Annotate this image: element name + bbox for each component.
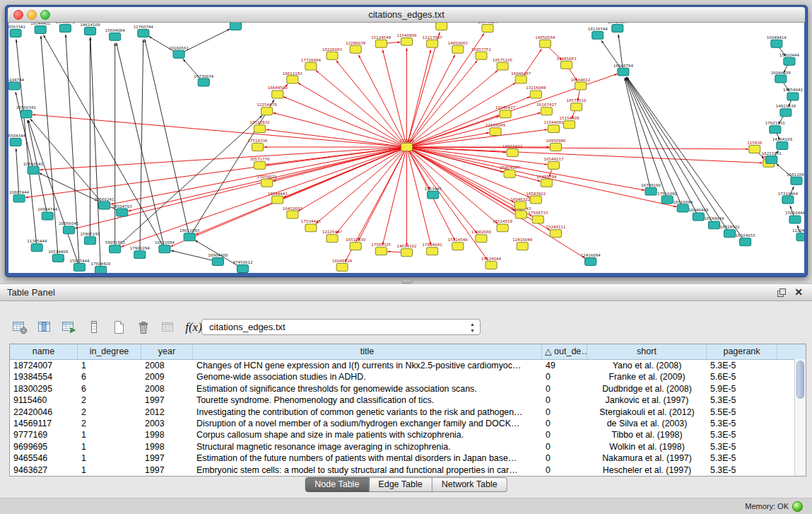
close-panel-icon[interactable]: ✕ (794, 286, 803, 298)
table-cell[interactable]: 0 (542, 407, 587, 418)
graph-node[interactable] (134, 251, 146, 259)
panel-splitter[interactable] (0, 277, 812, 284)
graph-node[interactable] (287, 211, 298, 218)
graph-node[interactable] (252, 144, 264, 151)
table-cell[interactable]: 5.3E-5 (707, 360, 777, 371)
graph-node[interactable] (212, 258, 223, 266)
edit-table-icon[interactable] (59, 318, 78, 337)
graph-edge[interactable] (336, 61, 404, 144)
table-cell[interactable]: Jankovic et al. (1997) (587, 395, 707, 406)
column-header-title[interactable]: title (193, 344, 542, 359)
tab-network-table[interactable]: Network Table (433, 477, 507, 492)
table-cell[interactable]: 5.3E-5 (707, 452, 777, 464)
table-row[interactable]: 911546021997Tourette syndrome. Phenomeno… (10, 395, 806, 406)
table-cell[interactable]: 1 (78, 452, 141, 464)
graph-node[interactable] (326, 235, 338, 243)
graph-node[interactable] (305, 62, 317, 70)
graph-node[interactable] (59, 24, 71, 32)
graph-node[interactable] (63, 226, 74, 234)
table-cell[interactable]: 9777169 (10, 429, 78, 440)
table-cell[interactable]: 22420046 (10, 407, 78, 418)
table-cell[interactable]: Changes of HCN gene expression and I(f) … (193, 360, 542, 371)
table-row[interactable]: 1872400712008Changes of HCN gene express… (10, 360, 806, 371)
graph-node[interactable] (476, 235, 487, 243)
show-columns-icon[interactable] (35, 318, 54, 337)
table-cell[interactable]: 0 (542, 418, 587, 429)
graph-node[interactable] (749, 146, 760, 153)
graph-node[interactable] (28, 166, 39, 174)
graph-node[interactable] (708, 221, 719, 229)
zoom-window-button[interactable] (40, 10, 50, 20)
graph-node[interactable] (375, 40, 387, 47)
table-scrollbar[interactable] (794, 359, 806, 476)
graph-node[interactable] (789, 216, 801, 223)
graph-edge[interactable] (387, 252, 402, 252)
graph-edge[interactable] (382, 49, 406, 143)
graph-node[interactable] (500, 110, 511, 118)
table-cell[interactable]: 19384554 (10, 371, 78, 382)
graph-node[interactable] (530, 196, 541, 204)
graph-node[interactable] (52, 255, 64, 262)
graph-node[interactable] (585, 258, 596, 266)
tab-node-table[interactable]: Node Table (305, 477, 369, 492)
graph-node[interactable] (482, 24, 493, 32)
graph-node[interactable] (645, 187, 657, 195)
table-cell[interactable]: 9463627 (10, 465, 78, 476)
graph-node[interactable] (504, 170, 515, 177)
graph-node[interactable] (780, 109, 792, 117)
graph-node[interactable] (515, 211, 526, 218)
table-cell[interactable]: Corpus callosum shape and size in male p… (193, 429, 542, 440)
minimize-window-button[interactable] (27, 10, 37, 20)
table-cell[interactable]: Hescheler et al. (1997) (587, 465, 707, 476)
new-file-icon[interactable] (109, 318, 128, 337)
graph-node[interactable] (618, 68, 629, 76)
table-cell[interactable]: Nakamura et al. (1997) (587, 452, 707, 464)
table-cell[interactable]: 2009 (141, 371, 193, 382)
graph-edge[interactable] (625, 78, 650, 187)
graph-node[interactable] (401, 249, 412, 257)
graph-node[interactable] (261, 179, 273, 187)
table-cell[interactable]: 0 (542, 465, 587, 476)
table-cell[interactable]: 2003 (141, 418, 193, 429)
graph-node[interactable] (539, 40, 551, 47)
table-cell[interactable]: Estimation of the future numbers of pati… (193, 452, 542, 464)
graph-node[interactable] (173, 50, 184, 58)
column-header-out_de[interactable]: △ out_de… (542, 344, 587, 359)
graph-node[interactable] (550, 230, 561, 238)
graph-node[interactable] (563, 121, 575, 129)
import-table-icon[interactable] (158, 318, 177, 337)
graph-node[interactable] (375, 247, 387, 255)
graph-node[interactable] (99, 201, 110, 209)
graph-edge[interactable] (16, 148, 19, 194)
graph-node[interactable] (612, 24, 623, 32)
graph-node[interactable] (532, 216, 543, 223)
graph-node[interactable] (254, 125, 266, 133)
table-cell[interactable]: Stergiakouli et al. (2012) (587, 407, 707, 418)
graph-node[interactable] (724, 230, 735, 238)
graph-edge[interactable] (385, 42, 400, 44)
graph-node[interactable] (159, 245, 170, 253)
table-cell[interactable]: 1997 (141, 395, 193, 406)
table-row[interactable]: 1938455462009Genome-wide association stu… (10, 371, 806, 382)
table-cell[interactable]: 49 (542, 360, 587, 371)
graph-node[interactable] (42, 212, 53, 220)
graph-node[interactable] (787, 93, 799, 100)
graph-node[interactable] (198, 78, 209, 86)
graph-node[interactable] (452, 45, 464, 53)
graph-node[interactable] (287, 76, 298, 83)
graph-edge[interactable] (33, 115, 402, 146)
graph-node[interactable] (272, 196, 283, 204)
graph-node[interactable] (117, 209, 128, 216)
graph-edge[interactable] (16, 92, 33, 166)
graph-node[interactable] (35, 25, 46, 33)
table-row[interactable]: 969969511998Structural magnetic resonanc… (10, 441, 806, 452)
table-row[interactable]: 946554611997Estimation of the future num… (10, 452, 806, 464)
table-cell[interactable]: 2 (78, 418, 141, 429)
graph-node[interactable] (13, 194, 25, 202)
table-cell[interactable]: Structural magnetic resonance image aver… (193, 441, 542, 452)
graph-node[interactable] (452, 243, 464, 250)
graph-node[interactable] (95, 267, 107, 273)
table-cell[interactable]: Yano et al. (2008) (587, 360, 707, 371)
graph-edge[interactable] (118, 115, 262, 246)
table-cell[interactable]: Investigating the contribution of common… (193, 407, 542, 418)
